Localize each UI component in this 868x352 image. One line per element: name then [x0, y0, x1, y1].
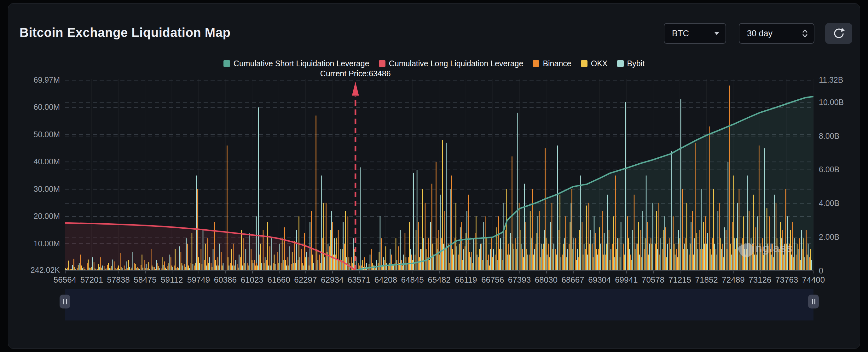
- y-axis-right-tick-label: 4.00B: [819, 199, 839, 208]
- y-axis-left-tick-label: 242.02K: [8, 266, 60, 275]
- x-axis-tick: [172, 271, 173, 273]
- navigator-right-handle[interactable]: [808, 295, 819, 309]
- page-title: Bitcoin Exchange Liquidation Map: [20, 26, 230, 40]
- x-axis-tick: [599, 271, 600, 273]
- x-axis-tick: [439, 271, 440, 273]
- x-axis-tick: [734, 271, 734, 273]
- chart-plot-area[interactable]: coinglass: [65, 79, 813, 271]
- x-axis-tick: [466, 271, 466, 273]
- x-axis-tick: [386, 271, 386, 273]
- legend-label: Binance: [543, 59, 571, 68]
- x-axis-tick: [198, 271, 199, 273]
- legend-item[interactable]: Cumulative Short Liquidation Leverage: [223, 59, 369, 68]
- x-axis-tick: [760, 271, 761, 273]
- y-axis-left-tick-label: 40.00M: [8, 157, 60, 166]
- legend-label: Cumulative Short Liquidation Leverage: [234, 59, 369, 68]
- x-axis-tick: [359, 271, 360, 273]
- y-axis-right-tick-label: 10.00B: [819, 98, 844, 107]
- liquidation-chart: [65, 79, 813, 271]
- legend-swatch-icon: [617, 60, 624, 67]
- refresh-button[interactable]: [825, 23, 852, 44]
- legend-label: Bybit: [627, 59, 645, 68]
- y-axis-left-tick-label: 30.00M: [8, 184, 60, 194]
- legend-swatch-icon: [581, 60, 588, 67]
- y-axis-right-tick-label: 0: [819, 266, 823, 275]
- y-axis-right: 11.32B10.00B8.00B6.00B4.00B2.00B0: [819, 79, 860, 271]
- x-axis-tick: [119, 271, 119, 273]
- y-axis-left-tick-label: 69.97M: [8, 76, 60, 85]
- legend-item[interactable]: Binance: [533, 59, 571, 68]
- x-axis-tick: [787, 271, 787, 273]
- x-axis-tick: [145, 271, 146, 273]
- symbol-select-value: BTC: [672, 29, 689, 38]
- current-price-label: Current Price:63486: [320, 69, 391, 78]
- y-axis-right-tick-label: 6.00B: [819, 165, 839, 174]
- timeframe-select[interactable]: 30 day: [739, 23, 814, 44]
- y-axis-right-tick-label: 8.00B: [819, 131, 839, 141]
- symbol-select[interactable]: BTC: [664, 23, 726, 44]
- legend-label: OKX: [591, 59, 608, 68]
- x-axis-tick: [813, 271, 814, 273]
- y-axis-right-tick-label: 11.32B: [819, 76, 843, 85]
- x-axis-tick: [626, 271, 627, 273]
- chart-legend: Cumulative Short Liquidation LeverageCum…: [8, 59, 860, 68]
- y-axis-left-tick-label: 60.00M: [8, 102, 60, 112]
- drag-handle-icon: [63, 299, 64, 304]
- x-axis-tick: [707, 271, 707, 273]
- x-axis-tick: [305, 271, 306, 273]
- legend-item[interactable]: Bybit: [617, 59, 645, 68]
- x-axis-tick: [225, 271, 226, 273]
- chevron-up-down-icon: [802, 29, 807, 37]
- x-axis-tick: [680, 271, 680, 273]
- legend-label: Cumulative Long Liquidation Leverage: [389, 59, 524, 68]
- y-axis-left-tick-label: 20.00M: [8, 212, 60, 221]
- x-axis-tick: [279, 271, 280, 273]
- x-axis-tick: [332, 271, 333, 273]
- range-navigator[interactable]: [65, 289, 813, 320]
- x-axis-tick: [546, 271, 547, 273]
- legend-swatch-icon: [533, 60, 539, 67]
- timeframe-select-value: 30 day: [747, 29, 773, 38]
- x-axis-tick: [519, 271, 520, 273]
- y-axis-left: 69.97M60.00M50.00M40.00M30.00M20.00M10.0…: [8, 79, 60, 271]
- navigator-left-handle[interactable]: [60, 295, 70, 309]
- x-axis-tick: [92, 271, 92, 273]
- y-axis-left-tick-label: 50.00M: [8, 130, 60, 139]
- drag-handle-icon: [812, 299, 813, 304]
- y-axis-left-tick-label: 10.00M: [8, 239, 60, 248]
- legend-swatch-icon: [379, 60, 385, 67]
- legend-item[interactable]: Cumulative Long Liquidation Leverage: [379, 59, 524, 68]
- x-axis: 5656457201578385847559112597496038661023…: [65, 271, 813, 285]
- x-axis-tick: [573, 271, 574, 273]
- liquidation-map-screen: Bitcoin Exchange Liquidation Map BTC 30 …: [0, 0, 868, 352]
- legend-swatch-icon: [223, 60, 230, 67]
- refresh-icon: [832, 27, 845, 40]
- legend-item[interactable]: OKX: [581, 59, 608, 68]
- chart-card: Bitcoin Exchange Liquidation Map BTC 30 …: [8, 3, 860, 349]
- x-axis-tick: [252, 271, 253, 273]
- y-axis-right-tick-label: 2.00B: [819, 232, 839, 242]
- x-axis-tick: [412, 271, 413, 273]
- x-axis-tick: [653, 271, 654, 273]
- x-axis-tick-label: 74400: [796, 275, 831, 285]
- x-axis-tick: [493, 271, 493, 273]
- x-axis-tick: [65, 271, 66, 273]
- caret-down-icon: [714, 32, 719, 35]
